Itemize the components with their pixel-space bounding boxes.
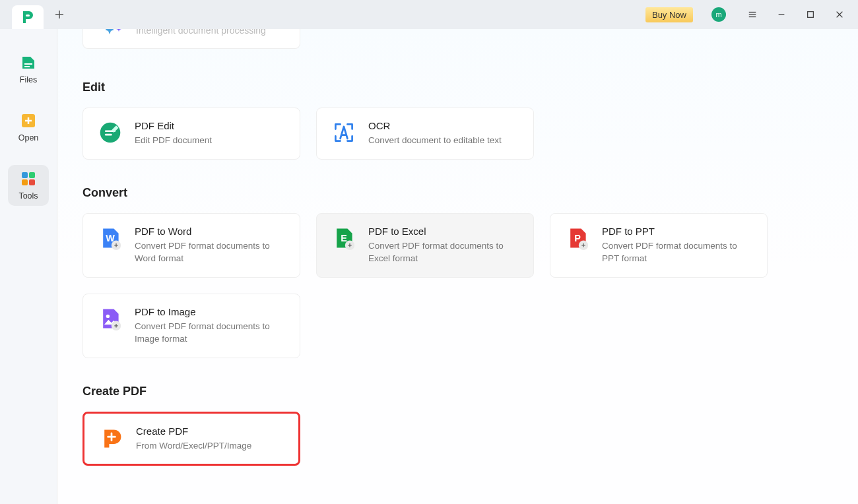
hamburger-menu-icon[interactable]	[738, 0, 767, 29]
open-icon	[20, 112, 37, 129]
card-desc: Convert PDF format documents to Image fo…	[135, 320, 288, 346]
section-title-create: Create PDF	[82, 385, 858, 398]
card-desc: Edit PDF document	[135, 134, 212, 147]
card-title: Create PDF	[136, 425, 251, 437]
card-title: PDF to Word	[135, 226, 288, 237]
svg-rect-18	[29, 179, 35, 185]
user-avatar[interactable]: m	[711, 7, 726, 22]
card-pdf-to-ppt[interactable]: P PDF to PPT Convert PDF format document…	[550, 213, 768, 278]
main-content: Intelligent document processing Edit PDF…	[57, 29, 858, 504]
partial-card-text: Intelligent document processing	[136, 29, 266, 36]
maximize-button[interactable]	[796, 0, 825, 29]
word-icon: W	[98, 226, 123, 251]
card-create-pdf[interactable]: Create PDF From Word/Execl/PPT/Image	[82, 412, 300, 466]
svg-rect-15	[22, 172, 28, 178]
cards-convert: W PDF to Word Convert PDF format documen…	[82, 213, 858, 358]
card-title: PDF Edit	[135, 120, 212, 131]
card-title: OCR	[368, 120, 502, 131]
titlebar: Buy Now m	[0, 0, 858, 29]
image-icon	[98, 306, 123, 331]
sidebar-item-label: Tools	[18, 191, 38, 201]
minimize-button[interactable]	[767, 0, 796, 29]
files-icon	[20, 54, 37, 71]
cards-edit: PDF Edit Edit PDF document OCR Convert d…	[82, 108, 858, 160]
sidebar-item-files[interactable]: Files	[8, 49, 49, 90]
card-title: PDF to PPT	[602, 226, 755, 237]
buy-now-button[interactable]: Buy Now	[645, 7, 693, 22]
pdf-edit-icon	[98, 120, 123, 145]
card-desc: From Word/Execl/PPT/Image	[136, 439, 251, 453]
sidebar-item-label: Open	[18, 133, 39, 142]
partial-card-intelligent-processing[interactable]: Intelligent document processing	[82, 29, 300, 49]
svg-rect-0	[26, 15, 30, 16]
card-desc: Convert PDF format documents to PPT form…	[602, 239, 755, 265]
card-ocr[interactable]: OCR Convert document to editable text	[316, 108, 534, 160]
card-pdf-edit[interactable]: PDF Edit Edit PDF document	[82, 108, 300, 160]
excel-icon: E	[331, 226, 356, 251]
sidebar-item-label: Files	[20, 75, 37, 84]
app-logo-icon	[20, 9, 36, 25]
card-pdf-to-excel[interactable]: E PDF to Excel Convert PDF format docume…	[316, 213, 534, 278]
section-title-convert: Convert	[82, 186, 858, 200]
ai-spark-icon	[106, 29, 123, 37]
ppt-icon: P	[565, 226, 590, 251]
svg-rect-11	[24, 66, 30, 67]
card-pdf-to-word[interactable]: W PDF to Word Convert PDF format documen…	[82, 213, 300, 278]
svg-rect-21	[105, 134, 112, 136]
card-title: PDF to Excel	[368, 226, 521, 237]
sidebar-item-tools[interactable]: Tools	[8, 165, 49, 206]
sidebar: Files Open Tools	[0, 29, 57, 504]
svg-point-19	[100, 123, 121, 143]
cards-create: Create PDF From Word/Execl/PPT/Image	[82, 412, 858, 466]
ocr-icon	[331, 120, 356, 145]
card-desc: Convert PDF format documents to Word for…	[135, 239, 288, 265]
app-tab[interactable]	[12, 5, 44, 29]
svg-rect-16	[29, 172, 35, 178]
new-tab-button[interactable]	[48, 3, 71, 26]
card-desc: Convert document to editable text	[368, 134, 502, 147]
section-title-edit: Edit	[82, 80, 858, 94]
tools-icon	[20, 170, 37, 187]
svg-rect-7	[808, 12, 814, 18]
close-button[interactable]	[825, 0, 854, 29]
svg-point-28	[106, 314, 110, 317]
create-pdf-icon	[99, 425, 124, 451]
sidebar-item-open[interactable]: Open	[8, 107, 49, 148]
card-title: PDF to Image	[135, 306, 288, 317]
card-pdf-to-image[interactable]: PDF to Image Convert PDF format document…	[82, 294, 300, 358]
svg-rect-17	[22, 179, 28, 185]
card-desc: Convert PDF format documents to Excel fo…	[368, 239, 521, 265]
svg-rect-10	[24, 63, 32, 65]
